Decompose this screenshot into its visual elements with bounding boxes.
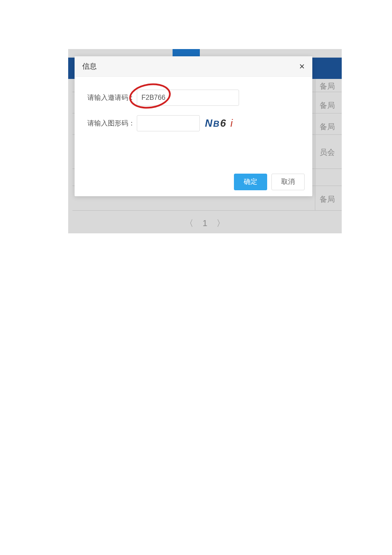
row-divider (72, 210, 342, 211)
table-cell: 备局 (320, 81, 337, 90)
captcha-char: 6 (220, 117, 227, 129)
captcha-image[interactable]: NB6 i (202, 116, 236, 130)
modal-title: 信息 (82, 61, 97, 71)
captcha-row: 请输入图形码： NB6 i (82, 115, 305, 131)
cancel-button[interactable]: 取消 (271, 174, 305, 190)
captcha-char: N (205, 117, 213, 129)
modal-header: 信息 × (75, 56, 312, 77)
close-icon[interactable]: × (299, 62, 305, 71)
invite-code-input[interactable] (137, 90, 239, 106)
invite-code-label: 请输入邀请码： (82, 93, 137, 102)
table-cell: 备局 (320, 194, 337, 203)
pagination-prev[interactable]: 〈 (185, 218, 193, 228)
table-cell: 备局 (320, 122, 337, 131)
pagination-next[interactable]: 〉 (216, 218, 225, 228)
vertical-divider (315, 79, 315, 210)
invite-code-row: 请输入邀请码： (82, 90, 305, 106)
captcha-input[interactable] (137, 115, 200, 131)
captcha-char: i (231, 117, 233, 129)
pagination: 〈 1 〉 (68, 218, 342, 229)
modal-footer: 确定 取消 (234, 174, 305, 190)
table-cell: 备局 (320, 100, 337, 110)
pagination-page[interactable]: 1 (202, 218, 207, 228)
table-cell: 员会 (320, 147, 337, 157)
confirm-button[interactable]: 确定 (234, 174, 267, 190)
captcha-char: B (213, 119, 220, 128)
info-modal: 信息 × 请输入邀请码： 请输入图形码： NB6 i 确定 取消 (75, 56, 312, 196)
captcha-label: 请输入图形码： (82, 119, 137, 128)
modal-body: 请输入邀请码： 请输入图形码： NB6 i (75, 77, 312, 145)
